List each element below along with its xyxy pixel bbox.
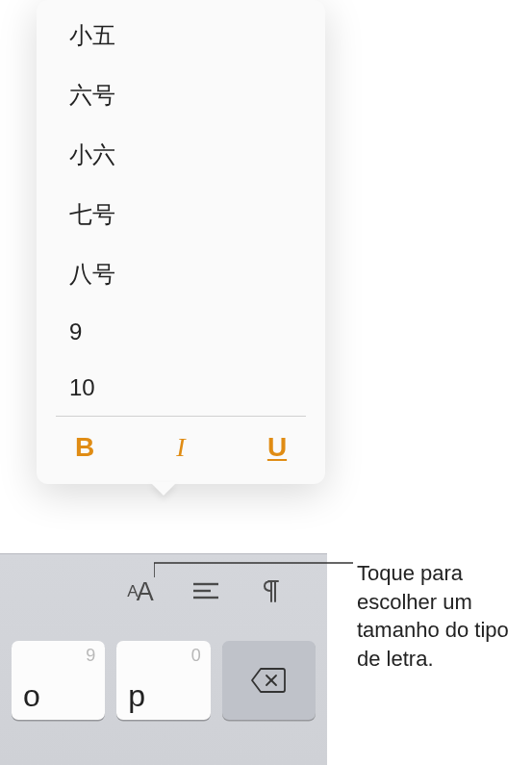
alignment-button[interactable] — [173, 570, 239, 614]
size-option[interactable]: 9 — [37, 304, 325, 360]
paragraph-button[interactable] — [239, 570, 304, 614]
keyboard-area: A A 9 o 0 p — [0, 553, 327, 765]
italic-button[interactable]: I — [133, 424, 229, 471]
key-label: o — [23, 678, 40, 714]
font-size-popover: 小五 六号 小六 七号 八号 9 10 B I U — [37, 0, 325, 484]
font-large-a-icon: A — [137, 577, 154, 607]
key-label: p — [128, 678, 145, 714]
italic-icon: I — [176, 432, 185, 463]
pilcrow-icon — [262, 580, 281, 603]
font-size-button[interactable]: A A — [108, 570, 173, 614]
bold-icon: B — [75, 432, 94, 463]
popover-tail — [150, 482, 177, 496]
format-toolbar: A A — [0, 554, 327, 614]
size-option[interactable]: 六号 — [37, 65, 325, 125]
key-o[interactable]: 9 o — [12, 641, 105, 720]
key-hint: 9 — [86, 646, 95, 666]
delete-key[interactable] — [222, 641, 316, 720]
align-icon — [193, 582, 218, 601]
font-size-list: 小五 六号 小六 七号 八号 9 10 — [37, 0, 325, 416]
size-option[interactable]: 小五 — [37, 6, 325, 65]
size-option[interactable]: 七号 — [37, 185, 325, 244]
callout-text: Toque para escolher um tamanho do tipo d… — [357, 559, 526, 674]
backspace-icon — [250, 667, 287, 694]
underline-button[interactable]: U — [229, 424, 325, 471]
size-option[interactable]: 小六 — [37, 125, 325, 185]
size-option[interactable]: 10 — [37, 360, 325, 416]
key-hint: 0 — [191, 646, 201, 666]
key-p[interactable]: 0 p — [116, 641, 210, 720]
key-row: 9 o 0 p — [0, 614, 327, 720]
bold-button[interactable]: B — [37, 424, 133, 471]
format-row: B I U — [37, 417, 325, 484]
size-option[interactable]: 八号 — [37, 244, 325, 304]
underline-icon: U — [267, 432, 287, 463]
